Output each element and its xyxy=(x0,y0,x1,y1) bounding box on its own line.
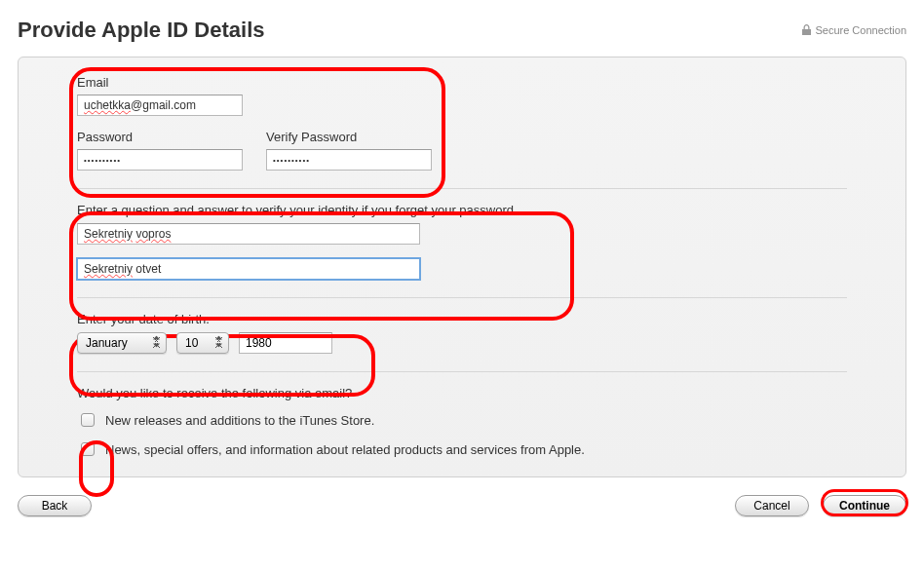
form-panel: Email uchetkka@gmail.com Password ••••••… xyxy=(18,57,906,477)
password-label: Password xyxy=(77,130,243,144)
verify-password-field[interactable]: •••••••••• xyxy=(266,149,432,171)
security-prompt: Enter a question and answer to verify yo… xyxy=(77,203,847,217)
page-title: Provide Apple ID Details xyxy=(18,18,264,43)
secure-connection-label: Secure Connection xyxy=(815,24,906,36)
dob-day-select[interactable]: 10 xyxy=(176,332,229,354)
emailprefs-prompt: Would you like to receive the following … xyxy=(77,386,847,400)
checkbox-new-releases-label: New releases and additions to the iTunes… xyxy=(105,413,374,428)
security-answer-field[interactable]: Sekretniy otvet xyxy=(77,258,420,280)
checkbox-news-offers-label: News, special offers, and information ab… xyxy=(105,442,585,457)
checkbox-new-releases[interactable] xyxy=(81,413,95,427)
security-question-field[interactable]: Sekretniy vopros xyxy=(77,223,420,245)
email-field[interactable]: uchetkka@gmail.com xyxy=(77,95,243,116)
checkbox-news-offers[interactable] xyxy=(81,442,95,456)
dob-year-field[interactable] xyxy=(239,332,332,354)
cancel-button[interactable]: Cancel xyxy=(735,495,809,516)
lock-icon xyxy=(802,24,811,37)
back-button[interactable]: Back xyxy=(18,495,92,516)
password-field[interactable]: •••••••••• xyxy=(77,149,243,171)
dob-month-select[interactable]: January xyxy=(77,332,167,354)
email-label: Email xyxy=(77,75,847,90)
continue-button[interactable]: Continue xyxy=(823,495,906,516)
verify-password-label: Verify Password xyxy=(266,130,432,144)
dob-prompt: Enter your date of birth. xyxy=(77,312,847,326)
secure-connection-badge: Secure Connection xyxy=(802,24,906,37)
